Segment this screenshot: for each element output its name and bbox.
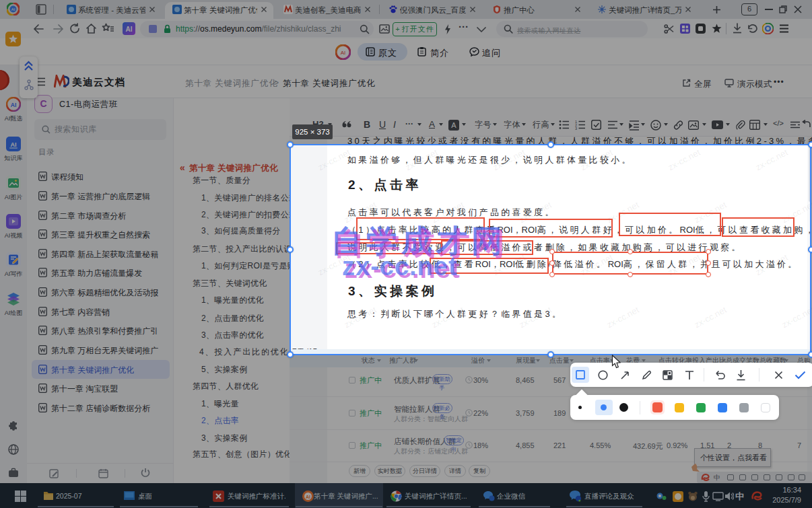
svg-text:3: 3 (575, 126, 577, 131)
svg-text:AI: AI (11, 7, 15, 11)
svg-text:AI: AI (11, 102, 17, 108)
svg-text:AI: AI (341, 50, 346, 56)
svg-text:AI: AI (11, 141, 17, 148)
svg-text:AI: AI (306, 495, 310, 499)
svg-text:A: A (451, 121, 456, 129)
svg-text:AI: AI (126, 26, 133, 33)
